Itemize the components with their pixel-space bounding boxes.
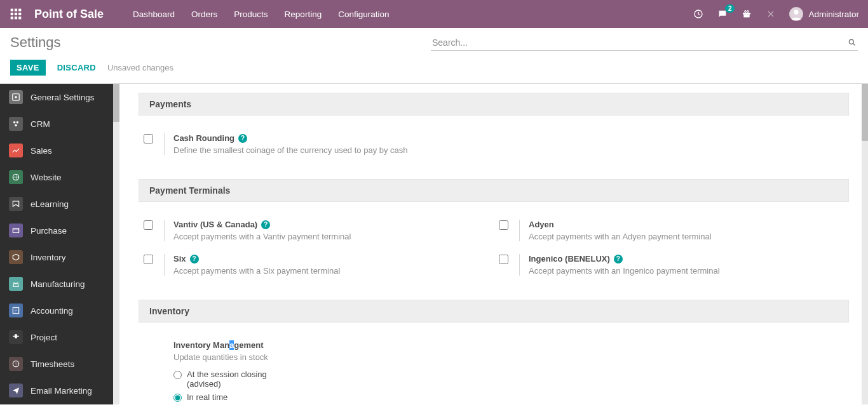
- sidebar-scrollbar[interactable]: [113, 84, 119, 404]
- radio-session-closing[interactable]: At the session closing (advised): [173, 370, 841, 389]
- control-panel: Settings SAVE DISCARD Unsaved changes: [0, 28, 868, 83]
- setting-adyen: Adyen Accept payments with an Adyen paym…: [494, 213, 849, 248]
- sidebar-item-inventory[interactable]: Inventory: [0, 244, 113, 270]
- nav-orders[interactable]: Orders: [191, 10, 217, 19]
- discard-button[interactable]: DISCARD: [57, 63, 96, 72]
- sidebar-item-label: Project: [31, 333, 57, 342]
- help-icon[interactable]: ?: [238, 134, 247, 143]
- svg-point-21: [17, 121, 18, 124]
- sidebar-icon: [9, 143, 23, 157]
- inventory-management-desc: Update quantities in stock: [173, 352, 841, 362]
- sidebar-item-timesheets[interactable]: Timesheets: [0, 350, 113, 377]
- help-icon[interactable]: ?: [261, 220, 270, 229]
- unsaved-label: Unsaved changes: [107, 63, 173, 72]
- page-title: Settings: [10, 34, 61, 51]
- messages-icon[interactable]: 2: [717, 8, 728, 20]
- nav-configuration[interactable]: Configuration: [338, 10, 389, 19]
- setting-cash-rounding: Cash Rounding ? Define the smallest coin…: [139, 127, 849, 161]
- sidebar-item-label: Website: [31, 173, 62, 182]
- setting-inventory-management: Inventory Management Update quantities i…: [139, 334, 849, 404]
- svg-point-20: [13, 121, 16, 124]
- help-icon[interactable]: ?: [614, 255, 623, 264]
- sidebar-item-label: Manufacturing: [31, 279, 85, 289]
- adyen-label: Adyen: [529, 220, 554, 229]
- section-inventory-header: Inventory: [139, 300, 849, 323]
- sidebar-icon: [9, 90, 23, 104]
- sidebar-item-label: CRM: [31, 119, 50, 129]
- user-name: Administrator: [808, 10, 859, 19]
- search-icon[interactable]: [848, 38, 857, 47]
- sidebar-icon: [9, 224, 23, 237]
- sidebar-item-accounting[interactable]: Accounting: [0, 297, 113, 324]
- content-scrollbar[interactable]: [862, 84, 868, 404]
- help-icon[interactable]: ?: [190, 255, 199, 264]
- radio-real-time-input[interactable]: [173, 394, 182, 402]
- cash-rounding-label: Cash Rounding: [173, 133, 234, 143]
- sidebar-icon: [9, 117, 23, 131]
- section-terminals-header: Payment Terminals: [139, 179, 849, 202]
- vantiv-checkbox[interactable]: [144, 220, 153, 230]
- save-button[interactable]: SAVE: [10, 60, 46, 76]
- sidebar-item-sales[interactable]: Sales: [0, 137, 113, 164]
- sidebar-item-purchase[interactable]: Purchase: [0, 217, 113, 244]
- nav-menu: Dashboard Orders Products Reporting Conf…: [133, 10, 389, 19]
- sidebar-item-label: Sales: [31, 146, 52, 156]
- sidebar-item-general-settings[interactable]: General Settings: [0, 84, 113, 110]
- user-menu[interactable]: Administrator: [789, 7, 859, 21]
- svg-rect-2: [18, 9, 21, 11]
- svg-point-19: [15, 96, 17, 98]
- vantiv-label: Vantiv (US & Canada): [173, 220, 257, 229]
- nav-products[interactable]: Products: [234, 10, 268, 19]
- nav-reporting[interactable]: Reporting: [285, 10, 322, 19]
- ingenico-checkbox[interactable]: [499, 255, 508, 264]
- apps-icon[interactable]: [9, 7, 23, 21]
- search-input[interactable]: [432, 37, 848, 48]
- ingenico-label: Ingenico (BENELUX): [529, 254, 610, 264]
- svg-rect-5: [18, 13, 21, 15]
- search-bar[interactable]: [431, 35, 858, 51]
- sidebar-item-elearning[interactable]: eLearning: [0, 190, 113, 217]
- messages-badge: 2: [725, 4, 735, 13]
- brand[interactable]: Point of Sale: [34, 8, 104, 21]
- six-checkbox[interactable]: [144, 255, 153, 264]
- svg-rect-4: [15, 13, 17, 15]
- sidebar-item-project[interactable]: Project: [0, 324, 113, 350]
- navbar: Point of Sale Dashboard Orders Products …: [0, 0, 868, 28]
- gift-icon[interactable]: [741, 8, 752, 20]
- radio-session-closing-input[interactable]: [173, 371, 182, 379]
- clock-icon[interactable]: [693, 8, 704, 20]
- svg-point-16: [794, 10, 799, 15]
- six-label: Six: [173, 254, 186, 264]
- sidebar-icon: [9, 277, 23, 291]
- setting-vantiv: Vantiv (US & Canada) ? Accept payments w…: [139, 213, 494, 248]
- sidebar-icon: [9, 357, 23, 371]
- cash-rounding-checkbox[interactable]: [144, 134, 153, 143]
- sidebar-icon: [9, 170, 23, 184]
- sidebar-item-label: Purchase: [31, 226, 67, 236]
- svg-rect-24: [13, 229, 18, 233]
- sidebar-item-label: Email Marketing: [31, 386, 92, 396]
- avatar-icon: [789, 7, 803, 21]
- svg-rect-6: [11, 17, 13, 19]
- adyen-desc: Accept payments with an Adyen payment te…: [529, 232, 841, 241]
- cash-rounding-desc: Define the smallest coinage of the curre…: [173, 145, 841, 155]
- svg-rect-8: [18, 17, 21, 19]
- section-payments-header: Payments: [139, 93, 849, 116]
- nav-dashboard[interactable]: Dashboard: [133, 10, 175, 19]
- adyen-checkbox[interactable]: [499, 220, 508, 230]
- inventory-management-options: At the session closing (advised) In real…: [173, 370, 841, 402]
- svg-point-14: [747, 11, 749, 13]
- setting-six: Six ? Accept payments with a Six payment…: [139, 248, 494, 282]
- radio-real-time[interactable]: In real time: [173, 392, 841, 402]
- sidebar-item-email-marketing[interactable]: Email Marketing: [0, 377, 113, 404]
- sidebar-item-label: Inventory: [31, 253, 66, 262]
- sidebar-item-manufacturing[interactable]: Manufacturing: [0, 270, 113, 297]
- sidebar-item-crm[interactable]: CRM: [0, 110, 113, 137]
- sidebar: General SettingsCRMSalesWebsiteeLearning…: [0, 84, 119, 404]
- sidebar-item-website[interactable]: Website: [0, 164, 113, 190]
- close-icon[interactable]: [765, 8, 776, 20]
- sidebar-icon: [9, 304, 23, 317]
- sidebar-item-label: Accounting: [31, 306, 73, 316]
- svg-rect-1: [15, 9, 17, 11]
- vantiv-desc: Accept payments with a Vantiv payment te…: [173, 232, 486, 241]
